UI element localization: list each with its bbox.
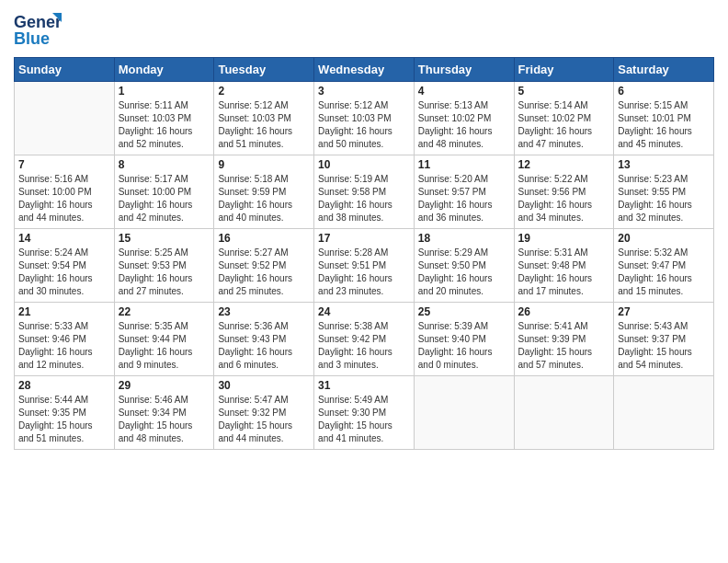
day-info: Sunrise: 5:44 AM Sunset: 9:35 PM Dayligh… (18, 394, 110, 445)
day-info: Sunrise: 5:14 AM Sunset: 10:02 PM Daylig… (518, 99, 610, 151)
calendar-cell: 27Sunrise: 5:43 AM Sunset: 9:37 PM Dayli… (614, 303, 714, 376)
calendar-cell: 10Sunrise: 5:19 AM Sunset: 9:58 PM Dayli… (314, 155, 415, 229)
calendar-cell: 2Sunrise: 5:12 AM Sunset: 10:03 PM Dayli… (214, 82, 314, 155)
day-number: 14 (18, 232, 110, 245)
weekday-header: Thursday (414, 58, 514, 82)
day-info: Sunrise: 5:12 AM Sunset: 10:03 PM Daylig… (218, 99, 310, 151)
day-number: 18 (418, 232, 510, 245)
calendar-cell: 11Sunrise: 5:20 AM Sunset: 9:57 PM Dayli… (414, 155, 514, 229)
calendar-cell: 17Sunrise: 5:28 AM Sunset: 9:51 PM Dayli… (314, 229, 415, 303)
day-info: Sunrise: 5:29 AM Sunset: 9:50 PM Dayligh… (418, 247, 510, 298)
calendar-week-row: 28Sunrise: 5:44 AM Sunset: 9:35 PM Dayli… (15, 376, 714, 450)
calendar-cell (614, 376, 714, 450)
calendar-cell: 7Sunrise: 5:16 AM Sunset: 10:00 PM Dayli… (15, 155, 115, 229)
day-info: Sunrise: 5:24 AM Sunset: 9:54 PM Dayligh… (18, 247, 110, 298)
calendar-week-row: 7Sunrise: 5:16 AM Sunset: 10:00 PM Dayli… (15, 155, 714, 229)
day-number: 6 (618, 85, 710, 98)
day-info: Sunrise: 5:16 AM Sunset: 10:00 PM Daylig… (18, 173, 110, 224)
calendar-cell: 23Sunrise: 5:36 AM Sunset: 9:43 PM Dayli… (214, 303, 314, 376)
logo-icon: General Blue (14, 9, 62, 50)
calendar-cell (414, 376, 514, 450)
weekday-header: Wednesday (314, 58, 415, 82)
day-number: 31 (318, 379, 410, 392)
day-number: 7 (18, 158, 110, 171)
calendar-cell: 3Sunrise: 5:12 AM Sunset: 10:03 PM Dayli… (314, 82, 415, 155)
day-number: 28 (18, 379, 110, 392)
day-info: Sunrise: 5:15 AM Sunset: 10:01 PM Daylig… (618, 99, 710, 151)
day-number: 12 (518, 158, 610, 171)
day-info: Sunrise: 5:31 AM Sunset: 9:48 PM Dayligh… (518, 247, 610, 298)
day-info: Sunrise: 5:49 AM Sunset: 9:30 PM Dayligh… (318, 394, 410, 445)
day-number: 22 (119, 305, 210, 318)
calendar-cell: 20Sunrise: 5:32 AM Sunset: 9:47 PM Dayli… (614, 229, 714, 303)
day-info: Sunrise: 5:32 AM Sunset: 9:47 PM Dayligh… (618, 247, 710, 298)
calendar-cell: 5Sunrise: 5:14 AM Sunset: 10:02 PM Dayli… (514, 82, 614, 155)
calendar-cell: 19Sunrise: 5:31 AM Sunset: 9:48 PM Dayli… (514, 229, 614, 303)
calendar-cell: 12Sunrise: 5:22 AM Sunset: 9:56 PM Dayli… (514, 155, 614, 229)
weekday-header: Tuesday (214, 58, 314, 82)
calendar-table: SundayMondayTuesdayWednesdayThursdayFrid… (14, 57, 714, 450)
day-info: Sunrise: 5:41 AM Sunset: 9:39 PM Dayligh… (518, 320, 610, 372)
calendar-cell (15, 82, 115, 155)
calendar-cell: 6Sunrise: 5:15 AM Sunset: 10:01 PM Dayli… (614, 82, 714, 155)
day-number: 17 (318, 232, 410, 245)
day-info: Sunrise: 5:22 AM Sunset: 9:56 PM Dayligh… (518, 173, 610, 224)
day-number: 9 (218, 158, 310, 171)
day-number: 20 (618, 232, 710, 245)
page-header: General Blue (14, 9, 714, 50)
day-number: 3 (318, 85, 410, 98)
day-number: 27 (618, 305, 710, 318)
day-info: Sunrise: 5:33 AM Sunset: 9:46 PM Dayligh… (18, 320, 110, 372)
day-number: 25 (418, 305, 510, 318)
day-number: 1 (119, 85, 210, 98)
day-number: 15 (119, 232, 210, 245)
day-number: 5 (518, 85, 610, 98)
day-info: Sunrise: 5:13 AM Sunset: 10:02 PM Daylig… (418, 99, 510, 151)
day-number: 16 (218, 232, 310, 245)
calendar-cell: 21Sunrise: 5:33 AM Sunset: 9:46 PM Dayli… (15, 303, 115, 376)
weekday-header: Monday (114, 58, 214, 82)
calendar-week-row: 14Sunrise: 5:24 AM Sunset: 9:54 PM Dayli… (15, 229, 714, 303)
day-info: Sunrise: 5:35 AM Sunset: 9:44 PM Dayligh… (119, 320, 210, 372)
day-info: Sunrise: 5:43 AM Sunset: 9:37 PM Dayligh… (618, 320, 710, 372)
day-number: 11 (418, 158, 510, 171)
calendar-cell: 9Sunrise: 5:18 AM Sunset: 9:59 PM Daylig… (214, 155, 314, 229)
calendar-cell: 15Sunrise: 5:25 AM Sunset: 9:53 PM Dayli… (114, 229, 214, 303)
day-info: Sunrise: 5:27 AM Sunset: 9:52 PM Dayligh… (218, 247, 310, 298)
day-number: 29 (119, 379, 210, 392)
day-number: 23 (218, 305, 310, 318)
day-info: Sunrise: 5:19 AM Sunset: 9:58 PM Dayligh… (318, 173, 410, 224)
calendar-cell: 30Sunrise: 5:47 AM Sunset: 9:32 PM Dayli… (214, 376, 314, 450)
calendar-cell: 8Sunrise: 5:17 AM Sunset: 10:00 PM Dayli… (114, 155, 214, 229)
day-number: 30 (218, 379, 310, 392)
calendar-cell: 26Sunrise: 5:41 AM Sunset: 9:39 PM Dayli… (514, 303, 614, 376)
day-info: Sunrise: 5:17 AM Sunset: 10:00 PM Daylig… (119, 173, 210, 224)
logo: General Blue (14, 9, 62, 50)
weekday-header: Sunday (15, 58, 115, 82)
calendar-week-row: 1Sunrise: 5:11 AM Sunset: 10:03 PM Dayli… (15, 82, 714, 155)
day-info: Sunrise: 5:25 AM Sunset: 9:53 PM Dayligh… (119, 247, 210, 298)
day-number: 4 (418, 85, 510, 98)
day-info: Sunrise: 5:28 AM Sunset: 9:51 PM Dayligh… (318, 247, 410, 298)
day-number: 10 (318, 158, 410, 171)
calendar-cell: 31Sunrise: 5:49 AM Sunset: 9:30 PM Dayli… (314, 376, 415, 450)
calendar-cell: 16Sunrise: 5:27 AM Sunset: 9:52 PM Dayli… (214, 229, 314, 303)
calendar-cell: 29Sunrise: 5:46 AM Sunset: 9:34 PM Dayli… (114, 376, 214, 450)
day-number: 24 (318, 305, 410, 318)
day-info: Sunrise: 5:20 AM Sunset: 9:57 PM Dayligh… (418, 173, 510, 224)
day-info: Sunrise: 5:47 AM Sunset: 9:32 PM Dayligh… (218, 394, 310, 445)
calendar-cell: 22Sunrise: 5:35 AM Sunset: 9:44 PM Dayli… (114, 303, 214, 376)
day-number: 19 (518, 232, 610, 245)
calendar-cell: 4Sunrise: 5:13 AM Sunset: 10:02 PM Dayli… (414, 82, 514, 155)
day-info: Sunrise: 5:39 AM Sunset: 9:40 PM Dayligh… (418, 320, 510, 372)
day-info: Sunrise: 5:38 AM Sunset: 9:42 PM Dayligh… (318, 320, 410, 372)
day-number: 13 (618, 158, 710, 171)
day-info: Sunrise: 5:46 AM Sunset: 9:34 PM Dayligh… (119, 394, 210, 445)
day-number: 26 (518, 305, 610, 318)
calendar-cell: 13Sunrise: 5:23 AM Sunset: 9:55 PM Dayli… (614, 155, 714, 229)
day-info: Sunrise: 5:36 AM Sunset: 9:43 PM Dayligh… (218, 320, 310, 372)
calendar-cell: 1Sunrise: 5:11 AM Sunset: 10:03 PM Dayli… (114, 82, 214, 155)
calendar-cell: 18Sunrise: 5:29 AM Sunset: 9:50 PM Dayli… (414, 229, 514, 303)
day-number: 21 (18, 305, 110, 318)
svg-text:General: General (14, 13, 62, 31)
